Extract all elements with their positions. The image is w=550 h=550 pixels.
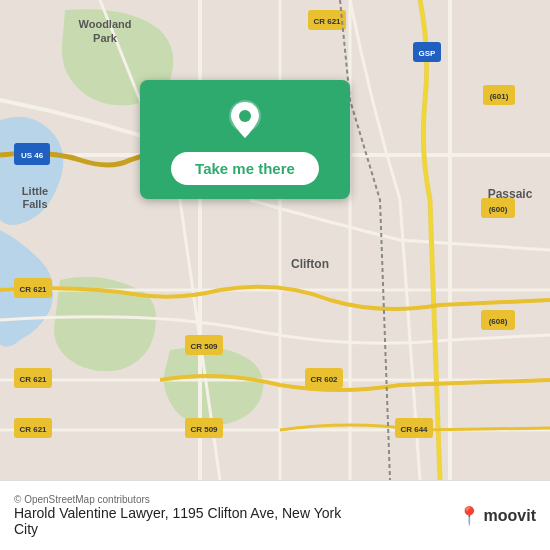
svg-text:CR 621: CR 621	[19, 425, 47, 434]
moovit-logo: 📍 moovit	[458, 505, 536, 527]
take-me-there-button[interactable]: Take me there	[171, 152, 319, 185]
svg-text:CR 509: CR 509	[190, 342, 218, 351]
svg-text:Falls: Falls	[22, 198, 47, 210]
svg-text:CR 509: CR 509	[190, 425, 218, 434]
svg-point-44	[239, 110, 251, 122]
svg-text:CR 602: CR 602	[310, 375, 338, 384]
svg-text:Clifton: Clifton	[291, 257, 329, 271]
svg-text:CR 621: CR 621	[19, 285, 47, 294]
svg-text:Little: Little	[22, 185, 48, 197]
svg-text:US 46: US 46	[21, 151, 44, 160]
svg-text:CR 644: CR 644	[400, 425, 428, 434]
map-container: US 46 CR 621 CR 621 CR 621 CR 621 CR 509…	[0, 0, 550, 480]
location-panel: Take me there	[140, 80, 350, 199]
svg-text:Passaic: Passaic	[488, 187, 533, 201]
location-text: Harold Valentine Lawyer, 1195 Clifton Av…	[14, 505, 364, 537]
moovit-brand-text: moovit	[484, 507, 536, 525]
moovit-pin-icon: 📍	[458, 505, 480, 527]
svg-text:Park: Park	[93, 32, 118, 44]
svg-text:CR 621: CR 621	[313, 17, 341, 26]
map-attribution: © OpenStreetMap contributors	[14, 494, 458, 505]
svg-text:Woodland: Woodland	[79, 18, 132, 30]
svg-text:CR 621: CR 621	[19, 375, 47, 384]
svg-text:(601): (601)	[490, 92, 509, 101]
svg-text:(608): (608)	[489, 317, 508, 326]
svg-text:(600): (600)	[489, 205, 508, 214]
svg-text:GSP: GSP	[419, 49, 437, 58]
location-pin-icon	[223, 98, 267, 142]
bottom-bar: © OpenStreetMap contributors Harold Vale…	[0, 480, 550, 550]
